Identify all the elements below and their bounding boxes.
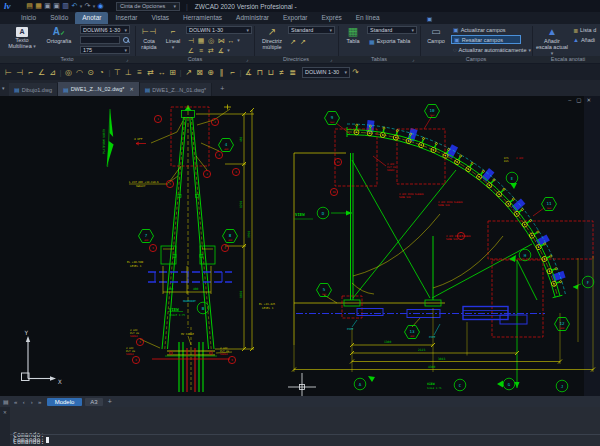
mleader-style-combo[interactable]: Standard ▾ — [288, 26, 335, 35]
dimension-toolbar-icon[interactable]: ◠ — [74, 68, 85, 77]
layout-tab-modelo[interactable]: Modelo — [47, 398, 83, 406]
ribbon-tab-enlinea[interactable]: En línea — [349, 12, 387, 24]
table-button[interactable]: ▦ Tabla — [341, 25, 365, 44]
dimension-toolbar-icon[interactable]: ⊿ — [47, 68, 58, 77]
field-button[interactable]: ▭ Campo — [424, 25, 448, 44]
add-layout-icon[interactable]: + — [108, 398, 112, 405]
close-icon[interactable]: ✕ — [3, 409, 6, 415]
ribbon-tab-exportar[interactable]: Exportar — [276, 12, 315, 24]
quick-dim-button[interactable]: ⊢⊣ Cota rápida — [137, 25, 161, 50]
ribbon-tab-administrar[interactable]: Administrar — [229, 12, 276, 24]
dialog-launcher-icon[interactable]: ⌟ — [412, 56, 414, 63]
dim-tool-icon[interactable]: ≡ — [196, 46, 206, 55]
window-control-icon[interactable]: ▢ — [576, 97, 581, 103]
dimension-toolbar-icon[interactable]: ≠ — [276, 68, 287, 77]
text-height-combo[interactable]: 175 ▾ — [80, 46, 130, 55]
dialog-launcher-icon[interactable]: ⌟ — [126, 56, 128, 63]
table-style-combo[interactable]: Standard ▾ — [367, 26, 417, 35]
dim-tool-icon[interactable]: ⋈ — [216, 36, 226, 45]
doc-tab-dibujo1[interactable]: ▤ Dibujo1.dwg — [9, 83, 58, 96]
dim-tool-icon[interactable]: ◎ — [206, 36, 216, 45]
quick-access-icon[interactable]: ▤ — [25, 0, 34, 12]
quick-access-icon[interactable]: ◉ — [96, 0, 105, 12]
dimension-toolbar-icon[interactable]: ⇄ — [145, 68, 156, 77]
window-control-icon[interactable]: ✕ — [586, 97, 591, 103]
quick-access-icon[interactable]: ▣ — [52, 0, 61, 12]
layout-nav-icon[interactable]: « — [12, 399, 20, 405]
ribbon-tab-solido[interactable]: Sólido — [43, 12, 75, 24]
ribbon-tab-vistas[interactable]: Vistas — [144, 12, 176, 24]
dimension-toolbar-icon[interactable]: ⊓ — [254, 68, 265, 77]
search-icon[interactable] — [123, 37, 129, 43]
doc-tab-dwe1-02[interactable]: ▤ DWE1_Z...N_02.dwg* ✕ — [58, 82, 140, 96]
quick-access-icon[interactable]: ▣ — [43, 0, 52, 12]
dimension-toolbar-icon[interactable]: ↔ — [156, 68, 167, 77]
dim-tool-icon[interactable]: ∡ — [216, 46, 226, 55]
ribbon-tab-insertar[interactable]: Insertar — [108, 12, 144, 24]
text-search-input[interactable] — [80, 36, 120, 44]
ribbon-tab-expres[interactable]: Exprés — [315, 12, 349, 24]
dimension-toolbar-icon[interactable]: ≡ — [134, 68, 145, 77]
mleader-tool-icon[interactable]: ↗ — [288, 37, 298, 46]
workspace-selector[interactable]: Cinta de Opciones ▾ — [116, 2, 180, 11]
dimension-toolbar-icon[interactable]: ⊞ — [167, 68, 178, 77]
dimension-toolbar-icon[interactable]: ⊔ — [265, 68, 276, 77]
dialog-launcher-icon[interactable]: ⌟ — [330, 56, 332, 63]
quick-access-icon[interactable]: ▦ — [34, 0, 43, 12]
doc-tab-dwe1-01[interactable]: ▤ DWE1_Z...N_01.dwg* — [140, 83, 212, 96]
dim-tool-icon[interactable]: ⇄ — [206, 46, 216, 55]
layout-tab-a3[interactable]: A3 — [85, 398, 102, 406]
mleader-button[interactable]: ↗ Directriz múltiple — [258, 25, 286, 50]
mleader-tool-icon[interactable]: ↗ — [298, 37, 308, 46]
layout-nav-icon[interactable]: ‹ — [20, 399, 28, 405]
layout-nav-icon[interactable]: › — [28, 399, 36, 405]
linear-dim-button[interactable]: ⌐ Lineal ▾ — [162, 25, 184, 50]
layout-nav-icon[interactable]: » — [36, 399, 44, 405]
spell-check-button[interactable]: A✓ Ortografía — [42, 25, 76, 44]
ribbon-tab-herramientas[interactable]: Herramientas — [176, 12, 229, 24]
highlight-fields-button[interactable]: ▣ Resaltar campos — [451, 35, 521, 44]
toolbar-dimstyle-combo[interactable]: DOLWIN 1-30 ▾ — [302, 67, 350, 78]
dimension-toolbar-icon[interactable]: ⊥ — [123, 68, 134, 77]
window-control-icon[interactable]: – — [568, 97, 571, 103]
ribbon-options-icon[interactable]: ▣ — [427, 15, 433, 22]
dim-style-combo[interactable]: DOLWIN 1-30 ▾ — [186, 26, 252, 35]
new-drawing-icon[interactable]: + — [220, 85, 224, 92]
dimension-toolbar-icon[interactable]: ∠ — [36, 68, 47, 77]
dim-tool-icon[interactable]: ∠ — [186, 46, 196, 55]
quick-access-icon[interactable]: ↷ — [83, 0, 92, 12]
dimension-toolbar-icon[interactable]: ⊙ — [85, 68, 96, 77]
dim-tool-icon[interactable]: ⊣ — [186, 36, 196, 45]
dimension-toolbar-icon[interactable]: ↗ — [183, 68, 194, 77]
dim-tool-icon[interactable]: ▾ — [226, 46, 231, 55]
scale-list-button[interactable]: ≣ Lista d — [571, 26, 598, 35]
dimension-toolbar-icon[interactable]: ⊤ — [112, 68, 123, 77]
dimension-toolbar-icon[interactable]: ∡ — [243, 68, 254, 77]
dimension-toolbar-icon[interactable]: ⊕ — [205, 68, 216, 77]
auto-update-button[interactable]: ◌ Actualizar automáticamente ▾ — [451, 46, 531, 55]
ribbon-tab-anotar[interactable]: Anotar — [75, 12, 108, 24]
mtext-button[interactable]: A Texto Multilínea ▾ — [4, 25, 40, 49]
dimension-toolbar-icon[interactable]: ≣ — [287, 68, 298, 77]
dimension-toolbar-icon[interactable]: ⊣ — [14, 68, 25, 77]
update-fields-button[interactable]: ▣ Actualizar campos — [451, 25, 529, 34]
ribbon-tab-inicio[interactable]: Inicio — [14, 12, 43, 24]
dimension-toolbar-icon[interactable]: ⌐ — [25, 68, 36, 77]
dimension-toolbar-icon[interactable]: ⊢ — [3, 68, 14, 77]
add-scales-button[interactable]: ▲ Añadi — [571, 35, 597, 44]
dialog-launcher-icon[interactable]: ⌟ — [246, 56, 248, 63]
drawing-viewport[interactable]: PLATFORM NORTH4 OFFL 237 ARE +14.3x0.6SW… — [0, 96, 600, 396]
export-table-button[interactable]: ▦ Exporta Tabla — [367, 37, 412, 46]
quick-access-icon[interactable]: ↶ — [70, 0, 79, 12]
dimension-toolbar-icon[interactable]: ⊠ — [194, 68, 205, 77]
command-input[interactable]: Comando: — [13, 436, 49, 444]
dimstyle-apply-icon[interactable]: ↷ — [350, 68, 361, 77]
text-style-combo[interactable]: DOLWIN6 1-30 ▾ — [80, 25, 130, 34]
dim-tool-icon[interactable]: ▦ — [196, 36, 206, 45]
dimension-toolbar-icon[interactable]: ⌐ — [227, 68, 238, 77]
dim-tool-icon[interactable]: ▾ — [236, 36, 241, 45]
dimension-toolbar-icon[interactable]: ∥ — [216, 68, 227, 77]
add-current-scale-button[interactable]: ▲ Añadir escala actual ▾ — [535, 25, 569, 56]
dimension-toolbar-icon[interactable]: ◎ — [63, 68, 74, 77]
plot-icon[interactable]: ▤ — [3, 398, 9, 405]
